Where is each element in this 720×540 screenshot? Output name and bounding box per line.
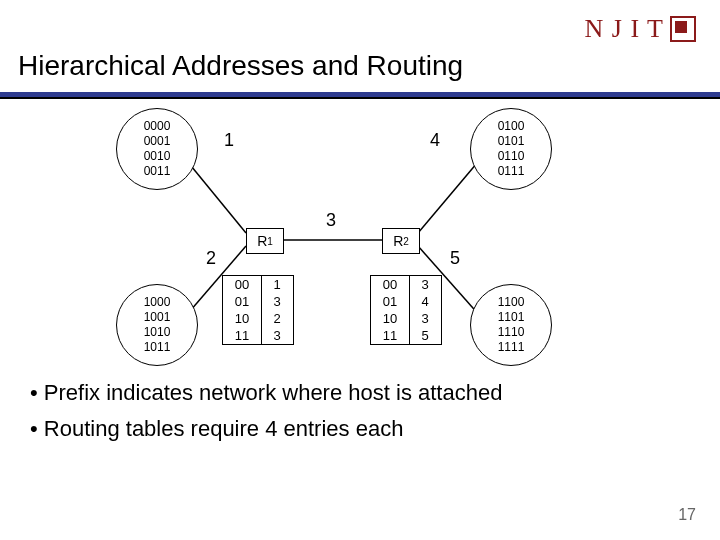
edge-label-br: 5 — [450, 248, 460, 269]
router-sub: 1 — [267, 236, 273, 247]
cell: 10 — [371, 310, 410, 327]
host-addr: 0110 — [498, 149, 525, 164]
cell: 3 — [410, 276, 440, 293]
host-addr: 1010 — [144, 325, 171, 340]
title-underline — [0, 92, 720, 97]
diagram-stage: 0000 0001 0010 0011 0100 0101 0110 0111 … — [0, 100, 720, 370]
host-addr: 1100 — [498, 295, 525, 310]
host-addr: 0010 — [144, 149, 171, 164]
host-group-bl: 1000 1001 1010 1011 — [116, 284, 198, 366]
page-title: Hierarchical Addresses and Routing — [18, 50, 463, 82]
logo: N J I T — [585, 14, 696, 44]
router-r2: R2 — [382, 228, 420, 254]
cell: 5 — [410, 327, 440, 344]
host-addr: 0001 — [144, 134, 171, 149]
page-number: 17 — [678, 506, 696, 524]
bullet-list: • Prefix indicates network where host is… — [30, 380, 502, 452]
host-addr: 0101 — [498, 134, 525, 149]
cell: 4 — [410, 293, 440, 310]
host-addr: 0100 — [498, 119, 525, 134]
cell: 11 — [371, 327, 410, 344]
host-addr: 1000 — [144, 295, 171, 310]
bullet-item: • Prefix indicates network where host is… — [30, 380, 502, 406]
cell: 3 — [410, 310, 440, 327]
router-r1: R1 — [246, 228, 284, 254]
host-addr: 0011 — [144, 164, 171, 179]
host-addr: 1110 — [498, 325, 525, 340]
topology-lines — [0, 100, 720, 370]
host-addr: 0000 — [144, 119, 171, 134]
router-label: R — [257, 233, 267, 249]
routing-table-r1: 001 013 102 113 — [222, 275, 294, 345]
cell: 01 — [223, 293, 262, 310]
cell: 3 — [262, 327, 292, 344]
host-addr: 1111 — [498, 340, 525, 355]
router-label: R — [393, 233, 403, 249]
logo-icon — [670, 16, 696, 42]
routing-table-r2: 003 014 103 115 — [370, 275, 442, 345]
cell: 3 — [262, 293, 292, 310]
host-group-tl: 0000 0001 0010 0011 — [116, 108, 198, 190]
host-group-br: 1100 1101 1110 1111 — [470, 284, 552, 366]
cell: 10 — [223, 310, 262, 327]
host-addr: 0111 — [498, 164, 525, 179]
host-addr: 1101 — [498, 310, 525, 325]
cell: 00 — [371, 276, 410, 293]
cell: 00 — [223, 276, 262, 293]
bullet-text: Prefix indicates network where host is a… — [44, 380, 503, 405]
cell: 11 — [223, 327, 262, 344]
host-addr: 1001 — [144, 310, 171, 325]
edge-label-tr: 4 — [430, 130, 440, 151]
router-sub: 2 — [403, 236, 409, 247]
cell: 01 — [371, 293, 410, 310]
host-group-tr: 0100 0101 0110 0111 — [470, 108, 552, 190]
bullet-text: Routing tables require 4 entries each — [44, 416, 404, 441]
bullet-item: • Routing tables require 4 entries each — [30, 416, 502, 442]
edge-label-mid: 3 — [326, 210, 336, 231]
edge-label-bl: 2 — [206, 248, 216, 269]
cell: 1 — [262, 276, 292, 293]
logo-text: N J I T — [585, 14, 664, 44]
host-addr: 1011 — [144, 340, 171, 355]
cell: 2 — [262, 310, 292, 327]
edge-label-tl: 1 — [224, 130, 234, 151]
